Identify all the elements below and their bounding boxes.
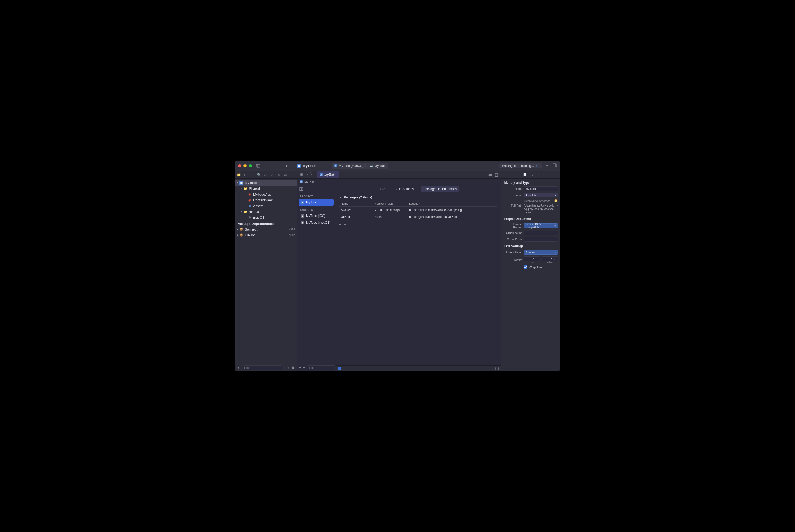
symbol-navigator-tab[interactable]: ⁝⁝ (250, 172, 255, 177)
chevron-updown-icon: ⇅ (554, 225, 556, 227)
xcode-window: ▣ MyTodo ▣ MyTodo (macOS) 〉 💻 My Mac Pac… (234, 161, 561, 371)
tree-dep[interactable]: ▶ 📦 Swinject 2.8.1 (234, 226, 297, 232)
format-label: Project Format (504, 223, 523, 229)
folder-icon: 📁 (243, 209, 248, 214)
report-navigator-tab[interactable]: ≣ (290, 172, 295, 177)
toggle-navigator-button[interactable] (254, 163, 262, 169)
location-select[interactable]: Absolute⇅ (524, 193, 558, 197)
scm-filter-button[interactable]: ▣ (290, 366, 295, 369)
targets-footer: + − (297, 364, 335, 371)
tab-sublabel: Tab (524, 261, 540, 264)
swift-icon: ◉ (248, 198, 252, 202)
project-settings-tabs: Info Build Settings Package Dependencies (336, 185, 501, 193)
tree-label: UIPilot (245, 233, 288, 237)
back-button[interactable]: 〈 (304, 172, 309, 177)
minimize-window-button[interactable] (243, 164, 247, 167)
chevron-down-icon: ▼ (236, 182, 239, 184)
reveal-in-finder-button[interactable]: ➜ (555, 204, 558, 214)
tree-detail: 2.8.1 (289, 228, 295, 231)
editor-tab[interactable]: ▣ MyTodo (317, 171, 339, 178)
add-button[interactable]: + (236, 366, 241, 369)
tab-width-input[interactable] (524, 257, 536, 260)
project-row[interactable]: ▣ MyTodo (299, 199, 334, 206)
tree-folder-macos[interactable]: ▼ 📁 macOS (234, 209, 297, 214)
tree-file[interactable]: ◉ MyTodoApp (234, 191, 297, 197)
prefix-field[interactable] (524, 237, 558, 242)
breakpoint-navigator-tab[interactable]: ▭ (283, 172, 288, 177)
close-window-button[interactable] (238, 164, 241, 167)
add-editor-button[interactable]: ▥ (494, 172, 498, 177)
tree-file[interactable]: ◉ ContentView (234, 197, 297, 203)
wrap-lines-label: Wrap lines (529, 266, 543, 269)
breakpoint-toggle-button[interactable] (338, 367, 341, 370)
editor-nav-controls: ▦ 〈 〉 (297, 172, 317, 177)
forward-button[interactable]: 〉 (310, 172, 315, 177)
packages-table: Name Version Rules Location Swinject 2.0… (339, 201, 497, 220)
test-navigator-tab[interactable]: ◇ (270, 172, 275, 177)
indent-width-input[interactable] (542, 257, 554, 260)
format-select[interactable]: Xcode 13.0-compatible⇅ (524, 223, 558, 228)
zoom-window-button[interactable] (249, 164, 252, 167)
activity-status[interactable]: Packages | Finishing… (499, 163, 542, 169)
location-value: Absolute (526, 193, 537, 196)
tree-file[interactable]: ⚙ macOS (234, 214, 297, 220)
col-location[interactable]: Location (408, 202, 497, 205)
remove-package-button[interactable]: − (344, 222, 346, 227)
table-row[interactable]: Swinject 2.0.0 – Next Major https://gith… (339, 207, 497, 213)
related-items-button[interactable]: ▦ (299, 172, 304, 177)
tab-build-settings[interactable]: Build Settings (392, 186, 416, 192)
tree-label: Assets (253, 204, 295, 208)
target-row[interactable]: ▣ MyTodo (iOS) (299, 213, 334, 219)
cell-rules: main (373, 215, 408, 219)
tree-file[interactable]: ▦ Assets (234, 203, 297, 209)
cell-location: https://github.com/canopas/UIPilot (408, 215, 497, 219)
indent-width-stepper[interactable]: ▲▼ (542, 256, 558, 261)
target-row[interactable]: ▣ MyTodo (macOS) (299, 220, 334, 226)
new-tab-button[interactable] (545, 164, 549, 168)
toggle-inspector-button[interactable] (553, 163, 557, 169)
tab-info[interactable]: Info (377, 186, 388, 192)
tree-dep[interactable]: ▶ 📦 UIPilot main (234, 232, 297, 238)
navigator-filter-input[interactable] (242, 365, 284, 370)
tab-width-stepper[interactable]: ▲▼ (524, 256, 540, 261)
chevron-right-icon: ▶ (236, 234, 239, 236)
choose-folder-button[interactable]: 📁 (554, 199, 558, 203)
outline-toggle-button[interactable]: ▥ (297, 185, 335, 192)
wrap-lines-checkbox[interactable] (524, 265, 527, 269)
window-tab-title: MyTodo (303, 164, 316, 168)
indent-using-select[interactable]: Spaces⇅ (524, 250, 558, 255)
add-target-button[interactable]: + (299, 365, 301, 370)
packages-group-header[interactable]: ▼ Packages (2 items) (336, 193, 501, 201)
recent-filter-button[interactable]: ◷ (285, 366, 289, 369)
history-inspector-tab[interactable]: ◷ (531, 173, 533, 176)
indent-using-label: Indent Using (504, 251, 523, 254)
scheme-name: MyTodo (macOS) (339, 164, 363, 168)
file-inspector-tab[interactable]: 📄 (523, 173, 527, 176)
target-icon: ▣ (301, 221, 304, 225)
help-inspector-tab[interactable]: ? (537, 173, 538, 176)
toggle-debug-area-button[interactable]: ▢ (495, 366, 499, 371)
org-field[interactable] (524, 230, 558, 235)
tree-folder-shared[interactable]: ▼ 📁 Shared (234, 186, 297, 191)
project-navigator-tab[interactable]: 📁 (236, 172, 242, 177)
tree-project-root[interactable]: ▼ ▣ MyTodo (234, 180, 297, 186)
name-field[interactable] (524, 186, 558, 191)
editor-options-button[interactable]: ⇄ (489, 172, 492, 177)
remove-target-button[interactable]: − (303, 365, 305, 370)
window-tab[interactable]: ▣ MyTodo (297, 164, 316, 168)
cell-location: https://github.com/Swinject/Swinject.git (408, 208, 497, 212)
table-row[interactable]: UIPilot main https://github.com/canopas/… (339, 213, 497, 220)
packages-actions: + − (336, 220, 501, 229)
col-name[interactable]: Name (339, 202, 373, 205)
run-button[interactable] (283, 163, 290, 169)
scheme-selector[interactable]: ▣ MyTodo (macOS) 〉 💻 My Mac (332, 163, 388, 169)
breadcrumb[interactable]: ▣ MyTodo (297, 179, 501, 185)
find-navigator-tab[interactable]: 🔍 (256, 172, 262, 177)
col-rules[interactable]: Version Rules (373, 202, 408, 205)
issue-navigator-tab[interactable]: ⚠ (263, 172, 268, 177)
add-package-button[interactable]: + (339, 222, 341, 227)
source-control-navigator-tab[interactable]: ◫ (243, 172, 248, 177)
debug-navigator-tab[interactable]: ⎋ (276, 172, 282, 177)
target-row-label: MyTodo (iOS) (306, 214, 325, 217)
tab-package-dependencies[interactable]: Package Dependencies (421, 186, 459, 192)
